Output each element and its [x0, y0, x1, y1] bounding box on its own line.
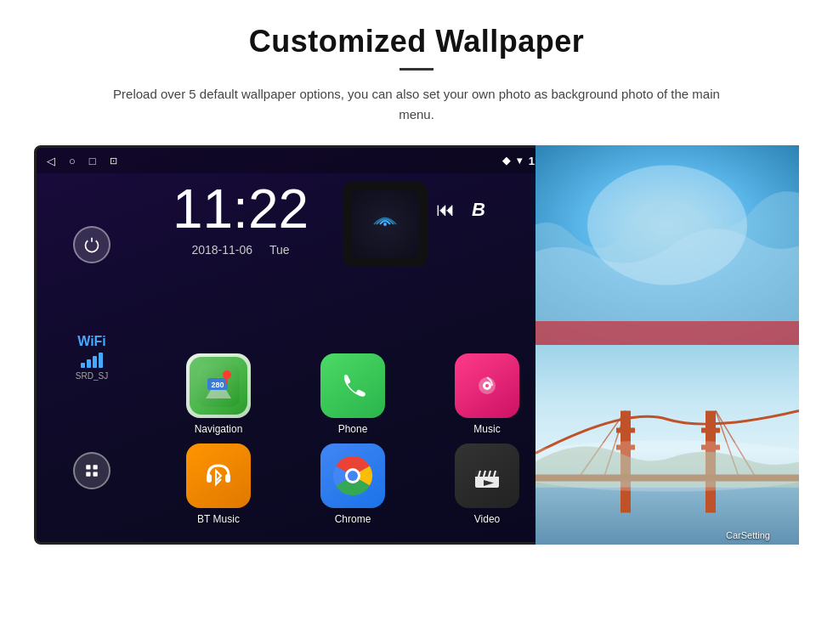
app-item-chrome[interactable]: Chrome	[290, 443, 416, 525]
prev-track-icon[interactable]: ⏮	[436, 199, 455, 221]
phone-app-label: Phone	[338, 423, 368, 435]
chrome-app-icon	[320, 443, 385, 508]
svg-rect-3	[94, 472, 98, 477]
sidebar: WiFi SRD_SJ	[37, 173, 147, 542]
svg-point-8	[223, 370, 231, 379]
wallpaper-bottom-panel[interactable]: CarSetting	[536, 345, 799, 545]
music-app-label: Music	[473, 423, 500, 435]
status-bar: ◁ ○ □ ⊡ ◆ ▾ 11:22	[37, 148, 567, 173]
android-screen: ◁ ○ □ ⊡ ◆ ▾ 11:22	[34, 145, 570, 545]
app-item-phone[interactable]: Phone	[290, 353, 416, 435]
bt-music-app-icon	[186, 443, 251, 508]
svg-point-18	[348, 471, 358, 481]
svg-rect-14	[225, 474, 230, 483]
wifi-bars	[76, 353, 108, 368]
screenshot-icon[interactable]: ⊡	[110, 155, 117, 167]
app-item-navigation[interactable]: 280 Navigation	[156, 353, 281, 435]
clock-date-value: 2018-11-06	[191, 243, 252, 257]
home-icon[interactable]: ○	[69, 155, 76, 167]
page-container: Customized Wallpaper Preload over 5 defa…	[0, 0, 833, 644]
phone-icon-svg	[336, 369, 370, 403]
page-subtitle: Preload over 5 default wallpaper options…	[110, 84, 722, 125]
video-app-icon	[455, 443, 519, 508]
media-icon-container	[351, 190, 419, 258]
svg-rect-2	[86, 472, 90, 477]
title-divider	[400, 68, 434, 71]
app-item-music[interactable]: Music	[424, 353, 550, 435]
power-button[interactable]	[73, 226, 110, 263]
back-icon[interactable]: ◁	[47, 155, 55, 167]
app-item-video[interactable]: Video	[424, 443, 550, 525]
wifi-bar-3	[93, 356, 97, 368]
svg-rect-1	[94, 465, 98, 469]
recents-icon[interactable]: □	[89, 155, 96, 167]
svg-text:280: 280	[211, 381, 224, 389]
svg-rect-34	[701, 428, 720, 433]
ice-cave-svg	[536, 145, 799, 345]
bt-icon-svg	[200, 457, 237, 494]
media-controls: ⏮ B	[436, 199, 485, 221]
apps-grid: 280 Navigation	[147, 345, 558, 534]
header-section: Customized Wallpaper Preload over 5 defa…	[0, 0, 833, 125]
navigation-app-label: Navigation	[195, 423, 243, 435]
carsetting-label: CarSetting	[714, 530, 782, 540]
apps-grid-button[interactable]	[73, 452, 110, 489]
wallpaper-panels: CarSetting	[536, 145, 799, 545]
nav-icon-inner: 280	[190, 357, 247, 415]
wifi-status-icon: ▾	[517, 155, 522, 167]
clock-day: Tue	[269, 243, 290, 257]
wifi-bar-4	[99, 353, 103, 368]
svg-point-12	[485, 384, 489, 387]
letter-b-icon: B	[472, 199, 485, 221]
svg-point-27	[587, 166, 747, 285]
chrome-app-label: Chrome	[335, 513, 371, 525]
bridge-svg	[536, 345, 799, 545]
svg-point-41	[536, 441, 799, 492]
clock-time: 11:22	[147, 182, 334, 236]
main-content: ◁ ○ □ ⊡ ◆ ▾ 11:22	[34, 145, 799, 579]
wifi-label: WiFi	[76, 334, 108, 349]
top-wallpaper-accent-bar	[536, 321, 799, 345]
clock-area: 11:22 2018-11-06 Tue	[147, 182, 334, 257]
svg-rect-0	[86, 465, 90, 469]
page-title: Customized Wallpaper	[34, 24, 799, 59]
clock-date: 2018-11-06 Tue	[147, 243, 334, 257]
chrome-icon-svg	[332, 455, 374, 497]
music-icon-svg	[470, 369, 504, 403]
svg-rect-13	[207, 474, 212, 483]
app-item-bt-music[interactable]: BT Music	[156, 443, 281, 525]
navigation-app-icon: 280	[186, 353, 251, 418]
location-icon: ◆	[502, 155, 510, 167]
wifi-ssid: SRD_SJ	[76, 371, 108, 381]
video-icon-svg	[470, 459, 504, 493]
music-app-icon	[455, 353, 519, 418]
media-signal-icon	[368, 207, 402, 241]
wifi-bar-2	[87, 359, 91, 368]
svg-point-4	[383, 223, 387, 226]
bt-music-app-label: BT Music	[197, 513, 240, 525]
wifi-widget: WiFi SRD_SJ	[76, 334, 108, 381]
ice-cave-background	[536, 145, 799, 345]
wifi-bar-1	[81, 363, 85, 368]
phone-app-icon	[320, 353, 385, 418]
status-bar-left: ◁ ○ □ ⊡	[47, 155, 117, 167]
wallpaper-top-panel[interactable]	[536, 145, 799, 345]
video-app-label: Video	[474, 513, 500, 525]
media-widget	[343, 182, 428, 267]
